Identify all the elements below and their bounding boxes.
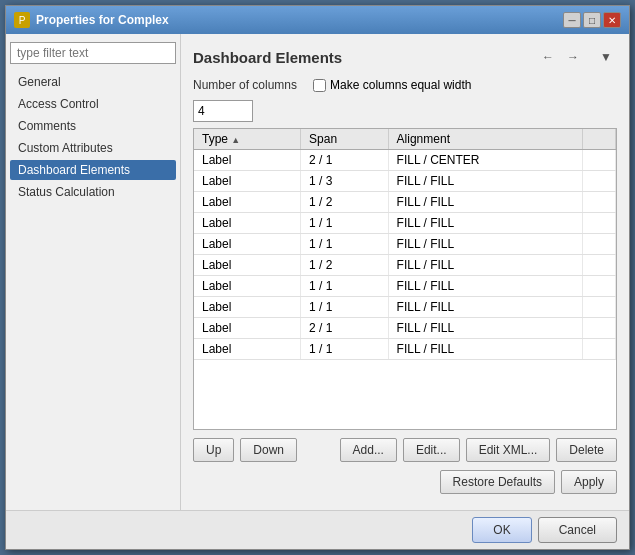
cell-type: Label — [194, 150, 301, 171]
toolbar-icons: ← → ▼ — [537, 46, 617, 68]
sidebar: General Access Control Comments Custom A… — [6, 34, 181, 510]
apply-button[interactable]: Apply — [561, 470, 617, 494]
columns-label: Number of columns — [193, 78, 297, 92]
title-bar-left: P Properties for Complex — [14, 12, 169, 28]
cell-extra — [582, 192, 615, 213]
cell-span: 1 / 1 — [301, 213, 389, 234]
cell-span: 1 / 1 — [301, 339, 389, 360]
cell-span: 2 / 1 — [301, 150, 389, 171]
edit-xml-button[interactable]: Edit XML... — [466, 438, 551, 462]
equal-width-label: Make columns equal width — [330, 78, 471, 92]
cell-span: 1 / 3 — [301, 171, 389, 192]
cell-alignment: FILL / FILL — [388, 318, 582, 339]
sort-arrow-type: ▲ — [231, 135, 240, 145]
filter-input[interactable] — [10, 42, 176, 64]
cell-alignment: FILL / FILL — [388, 276, 582, 297]
cell-extra — [582, 276, 615, 297]
crud-buttons: Add... Edit... Edit XML... Delete — [340, 438, 617, 462]
cell-alignment: FILL / FILL — [388, 339, 582, 360]
cell-alignment: FILL / CENTER — [388, 150, 582, 171]
cell-span: 1 / 2 — [301, 192, 389, 213]
table-row[interactable]: Label 2 / 1 FILL / FILL — [194, 318, 616, 339]
ok-button[interactable]: OK — [472, 517, 531, 543]
panel-header: Dashboard Elements ← → ▼ — [193, 46, 617, 68]
table-row[interactable]: Label 1 / 2 FILL / FILL — [194, 192, 616, 213]
columns-row: Number of columns Make columns equal wid… — [193, 78, 617, 92]
cell-extra — [582, 318, 615, 339]
edit-button[interactable]: Edit... — [403, 438, 460, 462]
restore-defaults-button[interactable]: Restore Defaults — [440, 470, 555, 494]
table-row[interactable]: Label 1 / 3 FILL / FILL — [194, 171, 616, 192]
table-row[interactable]: Label 2 / 1 FILL / CENTER — [194, 150, 616, 171]
cell-type: Label — [194, 255, 301, 276]
cancel-button[interactable]: Cancel — [538, 517, 617, 543]
table-row[interactable]: Label 1 / 1 FILL / FILL — [194, 213, 616, 234]
delete-button[interactable]: Delete — [556, 438, 617, 462]
main-panel: Dashboard Elements ← → ▼ Number of colum… — [181, 34, 629, 510]
cell-span: 1 / 1 — [301, 297, 389, 318]
move-buttons: Up Down — [193, 438, 297, 462]
minimize-button[interactable]: ─ — [563, 12, 581, 28]
title-controls: ─ □ ✕ — [563, 12, 621, 28]
cell-type: Label — [194, 234, 301, 255]
cell-extra — [582, 339, 615, 360]
main-window: P Properties for Complex ─ □ ✕ General A… — [5, 5, 630, 550]
equal-width-row: Make columns equal width — [313, 78, 471, 92]
up-button[interactable]: Up — [193, 438, 234, 462]
sidebar-item-status-calculation[interactable]: Status Calculation — [10, 182, 176, 202]
cell-type: Label — [194, 171, 301, 192]
content-area: General Access Control Comments Custom A… — [6, 34, 629, 510]
cell-extra — [582, 297, 615, 318]
panel-title: Dashboard Elements — [193, 49, 342, 66]
cell-extra — [582, 213, 615, 234]
cell-span: 1 / 1 — [301, 276, 389, 297]
nav-back-button[interactable]: ← — [537, 46, 559, 68]
col-extra-header — [582, 129, 615, 150]
dropdown-button[interactable]: ▼ — [595, 46, 617, 68]
table-row[interactable]: Label 1 / 2 FILL / FILL — [194, 255, 616, 276]
col-type-header: Type ▲ — [194, 129, 301, 150]
cell-span: 1 / 1 — [301, 234, 389, 255]
col-alignment-header: Alignment — [388, 129, 582, 150]
sidebar-item-access-control[interactable]: Access Control — [10, 94, 176, 114]
cell-extra — [582, 150, 615, 171]
title-bar: P Properties for Complex ─ □ ✕ — [6, 6, 629, 34]
sidebar-item-comments[interactable]: Comments — [10, 116, 176, 136]
cell-type: Label — [194, 276, 301, 297]
col-span-header: Span — [301, 129, 389, 150]
cell-alignment: FILL / FILL — [388, 234, 582, 255]
equal-width-checkbox[interactable] — [313, 79, 326, 92]
cell-span: 2 / 1 — [301, 318, 389, 339]
cell-alignment: FILL / FILL — [388, 255, 582, 276]
cell-alignment: FILL / FILL — [388, 192, 582, 213]
cell-extra — [582, 234, 615, 255]
cell-type: Label — [194, 192, 301, 213]
cell-type: Label — [194, 213, 301, 234]
elements-table: Type ▲ Span Alignment Label 2 / 1 FILL /… — [193, 128, 617, 430]
maximize-button[interactable]: □ — [583, 12, 601, 28]
columns-value-input[interactable] — [193, 100, 253, 122]
cell-type: Label — [194, 318, 301, 339]
sidebar-item-dashboard-elements[interactable]: Dashboard Elements — [10, 160, 176, 180]
cell-alignment: FILL / FILL — [388, 297, 582, 318]
footer: OK Cancel — [6, 510, 629, 549]
cell-extra — [582, 255, 615, 276]
cell-span: 1 / 2 — [301, 255, 389, 276]
sidebar-item-custom-attributes[interactable]: Custom Attributes — [10, 138, 176, 158]
table-row[interactable]: Label 1 / 1 FILL / FILL — [194, 297, 616, 318]
close-button[interactable]: ✕ — [603, 12, 621, 28]
add-button[interactable]: Add... — [340, 438, 397, 462]
nav-forward-button[interactable]: → — [562, 46, 584, 68]
table-row[interactable]: Label 1 / 1 FILL / FILL — [194, 234, 616, 255]
down-button[interactable]: Down — [240, 438, 297, 462]
table-row[interactable]: Label 1 / 1 FILL / FILL — [194, 339, 616, 360]
cell-extra — [582, 171, 615, 192]
cell-alignment: FILL / FILL — [388, 171, 582, 192]
table-row[interactable]: Label 1 / 1 FILL / FILL — [194, 276, 616, 297]
cell-alignment: FILL / FILL — [388, 213, 582, 234]
action-buttons: Up Down Add... Edit... Edit XML... Delet… — [193, 438, 617, 462]
cell-type: Label — [194, 297, 301, 318]
window-icon: P — [14, 12, 30, 28]
restore-row: Restore Defaults Apply — [193, 470, 617, 494]
sidebar-item-general[interactable]: General — [10, 72, 176, 92]
